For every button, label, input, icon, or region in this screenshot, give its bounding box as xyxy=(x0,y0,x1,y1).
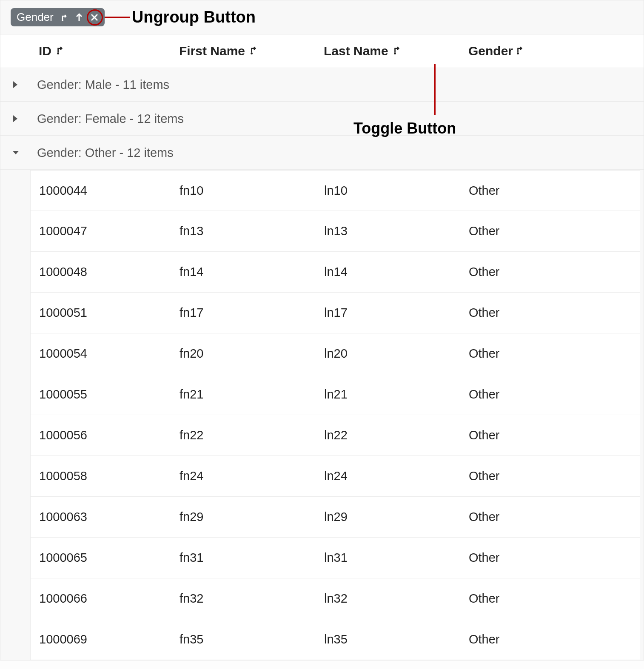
cell-first_name: fn13 xyxy=(171,224,316,238)
group-row[interactable]: Gender: Female - 12 items xyxy=(0,102,644,136)
cell-first_name: fn24 xyxy=(171,469,316,483)
cell-last_name: ln29 xyxy=(316,510,460,524)
cell-gender: Other xyxy=(460,551,588,565)
cell-gender: Other xyxy=(460,469,588,483)
svg-point-2 xyxy=(251,52,253,54)
cell-first_name: fn32 xyxy=(171,592,316,606)
table-row[interactable]: 1000065fn31ln31Other xyxy=(30,538,640,578)
table-row[interactable]: 1000063fn29ln29Other xyxy=(30,497,640,538)
cell-id: 1000051 xyxy=(31,306,171,320)
cell-id: 1000054 xyxy=(31,347,171,361)
cell-id: 1000055 xyxy=(31,387,171,401)
group-row[interactable]: Gender: Other - 12 items xyxy=(0,136,644,170)
table-row[interactable]: 1000069fn35ln35Other xyxy=(30,619,640,660)
annotation-connector xyxy=(434,64,436,115)
cell-gender: Other xyxy=(460,347,588,361)
annotation-connector xyxy=(105,17,130,18)
group-row-label: Gender: Female - 12 items xyxy=(37,112,184,126)
ungroup-highlight-circle xyxy=(87,9,103,26)
table-row[interactable]: 1000055fn21ln21Other xyxy=(30,374,640,415)
cell-id: 1000066 xyxy=(31,592,171,606)
column-header-last-name-label: Last Name xyxy=(324,44,388,58)
column-header-last-name[interactable]: Last Name xyxy=(324,44,468,58)
column-header-id-label: ID xyxy=(39,44,51,58)
chevron-right-icon[interactable] xyxy=(11,114,37,123)
cell-gender: Other xyxy=(460,387,588,401)
chevron-right-icon[interactable] xyxy=(11,80,37,89)
cell-gender: Other xyxy=(460,510,588,524)
group-toggle-icon[interactable] xyxy=(515,44,526,58)
cell-last_name: ln17 xyxy=(316,306,460,320)
column-header-gender-label: Gender xyxy=(468,44,513,58)
column-header-first-name-label: First Name xyxy=(179,44,245,58)
cell-last_name: ln24 xyxy=(316,469,460,483)
cell-last_name: ln31 xyxy=(316,551,460,565)
sort-up-icon[interactable] xyxy=(75,12,83,23)
cell-last_name: ln32 xyxy=(316,592,460,606)
svg-point-0 xyxy=(62,20,63,21)
table-row[interactable]: 1000066fn32ln32Other xyxy=(30,578,640,619)
cell-first_name: fn21 xyxy=(171,387,316,401)
group-bar: Gender Ungroup Button xyxy=(0,0,644,34)
cell-id: 1000058 xyxy=(31,469,171,483)
table-row[interactable]: 1000058fn24ln24Other xyxy=(30,456,640,497)
group-row-label: Gender: Other - 12 items xyxy=(37,146,174,160)
cell-gender: Other xyxy=(460,428,588,442)
cell-first_name: fn35 xyxy=(171,632,316,646)
chevron-down-icon[interactable] xyxy=(11,148,37,157)
cell-id: 1000069 xyxy=(31,632,171,646)
table-row[interactable]: 1000051fn17ln17Other xyxy=(30,293,640,333)
group-toggle-icon[interactable] xyxy=(392,44,403,58)
svg-point-4 xyxy=(517,52,519,54)
cell-id: 1000048 xyxy=(31,265,171,279)
group-row-label: Gender: Male - 11 items xyxy=(37,78,169,92)
cell-id: 1000047 xyxy=(31,224,171,238)
cell-last_name: ln10 xyxy=(316,184,460,198)
cell-gender: Other xyxy=(460,632,588,646)
column-header-row: ID First Name Last Name xyxy=(0,34,644,68)
cell-first_name: fn14 xyxy=(171,265,316,279)
cell-last_name: ln22 xyxy=(316,428,460,442)
cell-last_name: ln21 xyxy=(316,387,460,401)
cell-first_name: fn31 xyxy=(171,551,316,565)
group-chip-label: Gender xyxy=(17,11,54,24)
cell-gender: Other xyxy=(460,265,588,279)
cell-gender: Other xyxy=(460,224,588,238)
column-header-id[interactable]: ID xyxy=(39,44,179,58)
cell-gender: Other xyxy=(460,184,588,198)
cell-last_name: ln14 xyxy=(316,265,460,279)
cell-first_name: fn10 xyxy=(171,184,316,198)
cell-last_name: ln35 xyxy=(316,632,460,646)
group-toggle-icon[interactable] xyxy=(55,44,66,58)
cell-id: 1000056 xyxy=(31,428,171,442)
table-row[interactable]: 1000048fn14ln14Other xyxy=(30,252,640,293)
svg-point-1 xyxy=(57,52,59,54)
cell-first_name: fn22 xyxy=(171,428,316,442)
cell-first_name: fn20 xyxy=(171,347,316,361)
data-rows: 1000044fn10ln10Other1000047fn13ln13Other… xyxy=(0,170,644,660)
table-row[interactable]: 1000047fn13ln13Other xyxy=(30,211,640,252)
cell-first_name: fn29 xyxy=(171,510,316,524)
cell-first_name: fn17 xyxy=(171,306,316,320)
group-toggle-icon[interactable] xyxy=(60,12,70,23)
cell-last_name: ln20 xyxy=(316,347,460,361)
annotation-toggle: Toggle Button xyxy=(353,120,456,137)
group-toggle-icon[interactable] xyxy=(248,44,259,58)
cell-id: 1000063 xyxy=(31,510,171,524)
group-row[interactable]: Gender: Male - 11 items xyxy=(0,68,644,102)
data-grid: Gender Ungroup Button xyxy=(0,0,644,660)
annotation-ungroup: Ungroup Button xyxy=(132,8,256,26)
cell-gender: Other xyxy=(460,592,588,606)
cell-id: 1000044 xyxy=(31,184,171,198)
table-row[interactable]: 1000056fn22ln22Other xyxy=(30,415,640,456)
table-row[interactable]: 1000054fn20ln20Other xyxy=(30,333,640,374)
column-header-gender[interactable]: Gender xyxy=(468,44,596,58)
column-header-first-name[interactable]: First Name xyxy=(179,44,324,58)
cell-last_name: ln13 xyxy=(316,224,460,238)
cell-id: 1000065 xyxy=(31,551,171,565)
cell-gender: Other xyxy=(460,306,588,320)
table-row[interactable]: 1000044fn10ln10Other xyxy=(30,170,640,211)
svg-point-3 xyxy=(394,52,396,54)
